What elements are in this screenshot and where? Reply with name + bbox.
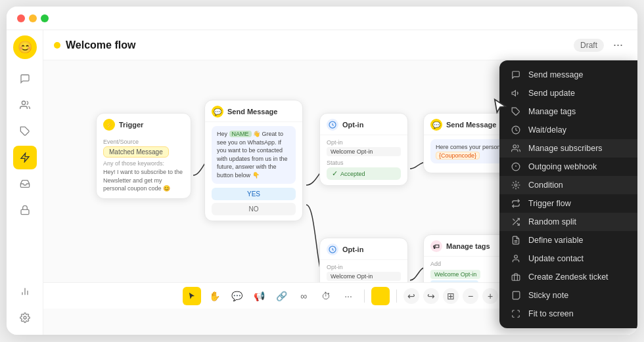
sidebar-item-settings[interactable]	[13, 306, 37, 330]
wait-delay-menu-icon	[510, 125, 522, 135]
close-button[interactable]	[17, 14, 25, 22]
event-label: Event/Source	[103, 139, 184, 145]
menu-item-fit-to-screen[interactable]: Fit to screen	[499, 305, 637, 323]
trigger-icon: ⚡	[103, 119, 115, 131]
minimize-button[interactable]	[29, 14, 37, 22]
sidebar-logo[interactable]: 😊	[13, 35, 37, 59]
keyword-label: Any of those keywords:	[103, 160, 184, 167]
more-tools-button[interactable]: ···	[339, 287, 357, 305]
hand-tool-button[interactable]: ✋	[205, 287, 223, 305]
menu-item-condition[interactable]: Condition	[499, 176, 637, 194]
sidebar: 😊	[7, 30, 43, 335]
sticky-note-menu-label: Sticky note	[528, 291, 627, 300]
name-tag: NAME	[229, 131, 252, 137]
optin-top-header: Opt-in	[320, 114, 407, 135]
svg-point-16	[513, 145, 517, 148]
infinity-tool-button[interactable]: ∞	[294, 287, 313, 305]
svg-marker-13	[512, 91, 515, 96]
flow-title: Welcome flow	[66, 39, 135, 51]
svg-point-20	[515, 184, 517, 186]
manage-tags-menu-label: Manage tags	[528, 107, 627, 116]
send-msg-1-header: 💬 Send Message	[205, 100, 302, 122]
menu-item-create-zendesk[interactable]: Create Zendesk ticket	[499, 268, 637, 286]
manage-tags-title: Manage tags	[446, 242, 490, 250]
maximize-button[interactable]	[41, 14, 49, 22]
optin-bottom-title: Opt-in	[342, 246, 363, 253]
megaphone-tool-button[interactable]: 📢	[250, 287, 268, 305]
link-tool-button[interactable]: 🔗	[272, 287, 290, 305]
optin-top-node[interactable]: Opt-in Opt-in Welcome Opt-in Status ✓ Ac…	[319, 113, 408, 186]
canvas-area[interactable]: Welcome flow Draft ···	[43, 30, 637, 335]
menu-item-sticky-note[interactable]: Sticky note	[499, 286, 637, 305]
context-menu: Send message Send update Manage tags	[499, 60, 637, 328]
toolbar-divider-2	[396, 289, 397, 303]
menu-item-manage-subscribers[interactable]: Manage subscribers	[499, 139, 637, 158]
menu-item-define-variable[interactable]: Define variable	[499, 231, 637, 249]
undo-button[interactable]: ↩	[403, 288, 419, 304]
sidebar-item-chart[interactable]	[13, 280, 37, 303]
menu-item-trigger-flow[interactable]: Trigger flow	[499, 194, 637, 213]
optin-bottom-icon	[327, 244, 338, 255]
menu-item-update-contact[interactable]: Update contact	[499, 249, 637, 268]
optin-bottom-header: Opt-in	[320, 238, 407, 260]
yellow-block-tool[interactable]	[371, 287, 390, 305]
topbar-right: Draft ···	[574, 37, 627, 53]
menu-item-outgoing-webhook[interactable]: Outgoing webhook	[499, 158, 637, 176]
outgoing-webhook-menu-icon	[510, 162, 522, 171]
sidebar-item-inbox[interactable]	[13, 172, 37, 196]
sidebar-item-chat[interactable]	[13, 67, 37, 91]
sidebar-item-flows[interactable]	[13, 146, 37, 169]
title-bar	[7, 7, 637, 30]
optin-top-title: Opt-in	[342, 121, 363, 129]
svg-point-26	[515, 255, 518, 259]
tag-item-1: Welcome Opt-in	[430, 270, 480, 279]
trigger-title: Trigger	[119, 121, 143, 129]
message-bubble-1: Hey NAME 👋 Great to see you on WhatsApp.…	[212, 126, 296, 184]
menu-item-manage-tags[interactable]: Manage tags	[499, 102, 637, 121]
wait-delay-menu-label: Wait/delay	[528, 125, 627, 135]
fit-to-screen-menu-label: Fit to screen	[528, 309, 627, 318]
send-update-menu-icon	[510, 89, 522, 98]
sidebar-item-tags[interactable]	[13, 119, 37, 143]
update-contact-menu-label: Update contact	[528, 254, 627, 263]
optin-top-icon	[327, 119, 338, 131]
optin-label-top: Opt-in	[327, 139, 401, 146]
menu-item-send-update[interactable]: Send update	[499, 84, 637, 102]
app-window: 😊	[7, 7, 637, 335]
svg-point-0	[22, 101, 25, 104]
clock-tool-button[interactable]: ⏱	[317, 287, 335, 305]
coupon-tag: {Couponcode}	[436, 152, 480, 160]
menu-item-random-split[interactable]: Random split	[499, 213, 637, 231]
trigger-node[interactable]: ⚡ Trigger Event/Source Matched Message A…	[96, 113, 191, 199]
no-button[interactable]: NO	[212, 203, 296, 215]
send-update-menu-label: Send update	[528, 89, 627, 98]
zoom-in-button[interactable]: +	[482, 288, 498, 304]
update-contact-menu-icon	[510, 254, 522, 263]
sidebar-item-contacts[interactable]	[13, 93, 37, 117]
menu-item-wait-delay[interactable]: Wait/delay	[499, 121, 637, 139]
menu-item-send-message[interactable]: Send message	[499, 66, 637, 84]
traffic-lights	[17, 14, 49, 22]
message-text-2: Here comes your personal	[436, 144, 505, 150]
send-msg-2-title: Send Message	[446, 121, 496, 129]
fit-button[interactable]: ⊞	[443, 288, 459, 304]
redo-button[interactable]: ↪	[423, 288, 439, 304]
condition-menu-icon	[510, 181, 522, 190]
send-msg-1-icon: 💬	[212, 106, 223, 118]
send-message-tool-button[interactable]: 💬	[227, 287, 246, 305]
send-message-1-node[interactable]: 💬 Send Message Hey NAME 👋 Great to see y…	[204, 100, 303, 221]
svg-rect-27	[512, 275, 520, 280]
yes-button[interactable]: YES	[212, 188, 296, 200]
trigger-node-header: ⚡ Trigger	[97, 114, 191, 135]
send-msg-1-title: Send Message	[227, 108, 277, 116]
optin-label-bottom: Opt-in	[327, 264, 401, 270]
cursor-tool-button[interactable]	[183, 287, 201, 305]
zoom-out-button[interactable]: −	[463, 288, 478, 304]
more-button[interactable]: ···	[609, 37, 627, 53]
svg-point-7	[24, 316, 26, 319]
svg-line-23	[513, 219, 515, 221]
sidebar-item-lock[interactable]	[13, 198, 37, 222]
send-msg-2-icon: 💬	[430, 119, 442, 131]
status-accepted-text: Accepted	[340, 171, 365, 177]
canvas-topbar: Welcome flow Draft ···	[43, 30, 637, 60]
